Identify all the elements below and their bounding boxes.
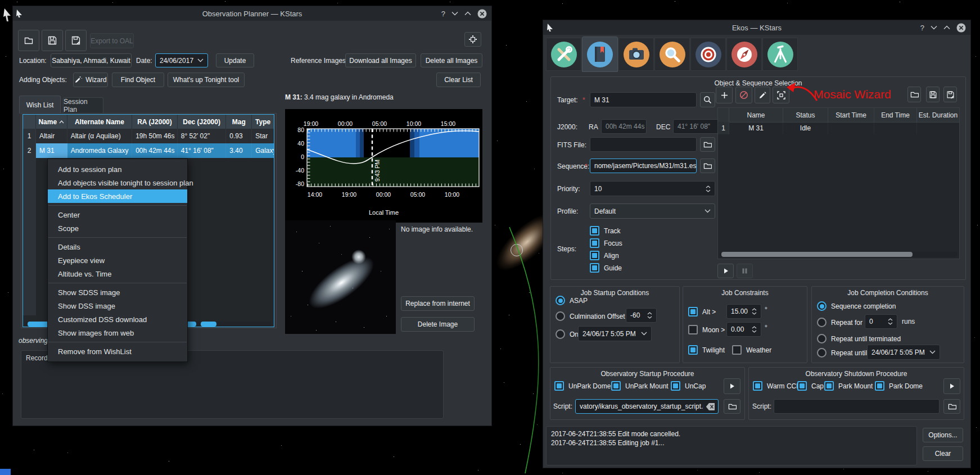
- cell-type[interactable]: Star: [252, 129, 274, 143]
- remove-job-button[interactable]: [735, 87, 752, 103]
- tab-mount[interactable]: [762, 38, 798, 71]
- job-cell-name[interactable]: M 31: [729, 122, 783, 134]
- table-hscrollbar-handle-end[interactable]: [201, 322, 216, 327]
- fits-file-input[interactable]: [590, 137, 697, 152]
- whats-up-tonight-button[interactable]: What's up Tonight tool: [168, 73, 245, 87]
- maximize-button[interactable]: [464, 11, 471, 16]
- cell-dec[interactable]: 8° 52' 02": [178, 129, 227, 143]
- twilight-checkbox[interactable]: [688, 345, 698, 355]
- cell-name[interactable]: M 31: [36, 143, 67, 158]
- warm-ccd-checkbox[interactable]: [753, 381, 762, 391]
- delete-all-images-button[interactable]: Delete all Images: [421, 53, 482, 67]
- expand-button[interactable]: [464, 32, 481, 47]
- repeat-runs-spinbox[interactable]: 0: [865, 314, 897, 329]
- sequence-input[interactable]: nome/jasem/Pictures/M31/m31.esq: [590, 159, 697, 173]
- clear-list-button[interactable]: Clear List: [436, 73, 481, 87]
- jobs-hscrollbar-handle[interactable]: [721, 252, 913, 257]
- cell-mag[interactable]: 3.40: [226, 143, 252, 158]
- clear-log-button[interactable]: Clear: [923, 446, 963, 461]
- close-button[interactable]: [956, 23, 966, 33]
- spin-buttons[interactable]: [888, 318, 893, 325]
- unpark-dome-checkbox[interactable]: [554, 381, 564, 391]
- job-cell-end[interactable]: [874, 122, 917, 134]
- job-cell-duration[interactable]: [917, 122, 959, 134]
- spin-buttons[interactable]: [752, 308, 757, 315]
- save-schedule-as-button[interactable]: [943, 87, 957, 102]
- track-checkbox[interactable]: [590, 226, 599, 236]
- open-file-button[interactable]: [18, 30, 39, 51]
- export-to-oal-button[interactable]: Export to OAL: [90, 33, 134, 48]
- cell-alternate[interactable]: Andromeda Galaxy: [67, 143, 132, 158]
- menu-item-add-ekos-scheduler[interactable]: Add to Ekos Scheduler: [48, 189, 187, 203]
- menu-item-add-visible-tonight[interactable]: Add objects visible tonight to session p…: [48, 176, 187, 189]
- run-shutdown-button[interactable]: [943, 378, 960, 394]
- help-button[interactable]: ?: [441, 10, 445, 18]
- culmination-spinbox[interactable]: -60: [626, 308, 657, 323]
- find-object-button[interactable]: Find Object: [112, 73, 164, 87]
- cell-alternate[interactable]: Altair (α Aquilae): [67, 129, 132, 143]
- jobs-header-name[interactable]: Name: [729, 108, 783, 122]
- sequence-browse-button[interactable]: [700, 159, 715, 173]
- tab-scheduler-selected[interactable]: [582, 37, 618, 72]
- shutdown-script-browse-button[interactable]: [943, 399, 960, 414]
- column-header-ra[interactable]: RA (J2000): [132, 115, 178, 129]
- wizard-button[interactable]: Wizard: [73, 73, 108, 87]
- open-schedule-button[interactable]: [907, 87, 921, 102]
- cell-name[interactable]: Altair: [36, 129, 67, 143]
- column-header-name[interactable]: Name: [36, 115, 67, 129]
- maximize-button[interactable]: [943, 25, 950, 30]
- spin-buttons[interactable]: [647, 312, 652, 319]
- alt-spinbox[interactable]: 15.00: [726, 304, 761, 319]
- ra-value-field[interactable]: 00h 42m 44s: [601, 119, 647, 134]
- save-as-button[interactable]: [65, 30, 87, 51]
- cell-dec[interactable]: 41° 16' 08": [178, 143, 227, 158]
- add-job-button[interactable]: [716, 87, 733, 103]
- tab-wish-list[interactable]: Wish List: [19, 96, 61, 114]
- jobs-header-start[interactable]: Start Time: [828, 108, 874, 122]
- column-header-mag[interactable]: Mag: [226, 115, 252, 129]
- startup-datetime-combobox[interactable]: 24/06/17 5:05 PM: [578, 326, 652, 341]
- menu-item-show-images-web[interactable]: Show images from web: [48, 326, 187, 340]
- park-mount-checkbox[interactable]: [824, 381, 834, 391]
- unpark-mount-checkbox[interactable]: [611, 381, 621, 391]
- sequence-completion-radio[interactable]: [817, 301, 827, 311]
- options-button[interactable]: Options...: [923, 428, 963, 442]
- alt-checkbox[interactable]: [688, 307, 698, 316]
- tab-capture[interactable]: [618, 38, 654, 71]
- tab-guide[interactable]: [726, 38, 762, 71]
- column-header-type[interactable]: Type: [252, 115, 274, 129]
- repeat-until-datetime-combobox[interactable]: 24/06/17 5:05 PM: [867, 345, 940, 360]
- cell-type[interactable]: Galaxy: [252, 143, 274, 158]
- culmination-radio[interactable]: [556, 311, 565, 321]
- jobs-header-duration[interactable]: Est. Duration: [917, 108, 959, 122]
- moon-spinbox[interactable]: 0.00: [726, 322, 761, 337]
- column-header-alternate[interactable]: Alternate Name: [67, 115, 132, 129]
- run-startup-button[interactable]: [724, 378, 740, 394]
- cap-checkbox[interactable]: [797, 381, 807, 391]
- scheduler-jobs-table[interactable]: Name Status Start Time End Time Est. Dur…: [717, 107, 960, 259]
- cell-mag[interactable]: 0.93: [226, 129, 252, 143]
- tab-session-plan[interactable]: Session Plan: [63, 97, 103, 114]
- spin-buttons[interactable]: [752, 326, 757, 333]
- update-button[interactable]: Update: [216, 53, 254, 67]
- align-checkbox[interactable]: [590, 251, 599, 260]
- tab-setup[interactable]: [546, 38, 581, 71]
- moon-checkbox[interactable]: [688, 325, 698, 334]
- menu-item-add-session-plan[interactable]: Add to session plan: [48, 162, 187, 176]
- minimize-button[interactable]: [931, 25, 937, 30]
- table-row-m31-selected[interactable]: 2 M 31 Andromeda Galaxy 00h 42m 44s 41° …: [23, 143, 274, 158]
- on-date-radio[interactable]: [556, 329, 565, 339]
- cell-ra[interactable]: 19h 50m 46s: [132, 129, 178, 143]
- planner-titlebar[interactable]: Observation Planner — KStars ?: [13, 6, 491, 21]
- startup-script-browse-button[interactable]: [724, 399, 740, 414]
- delete-image-button[interactable]: Delete Image: [401, 317, 475, 332]
- cell-ra[interactable]: 00h 42m 44s: [132, 143, 178, 158]
- tab-align[interactable]: [690, 38, 726, 71]
- download-all-images-button[interactable]: Download all Images: [345, 53, 416, 67]
- jobs-header-status[interactable]: Status: [783, 108, 828, 122]
- column-header-dec[interactable]: Dec (J2000): [178, 115, 227, 129]
- menu-item-eyepiece-view[interactable]: Eyepiece view: [48, 254, 187, 267]
- save-button[interactable]: [42, 30, 63, 51]
- ekos-titlebar[interactable]: Ekos — KStars ?: [543, 20, 970, 35]
- close-button[interactable]: [477, 9, 487, 19]
